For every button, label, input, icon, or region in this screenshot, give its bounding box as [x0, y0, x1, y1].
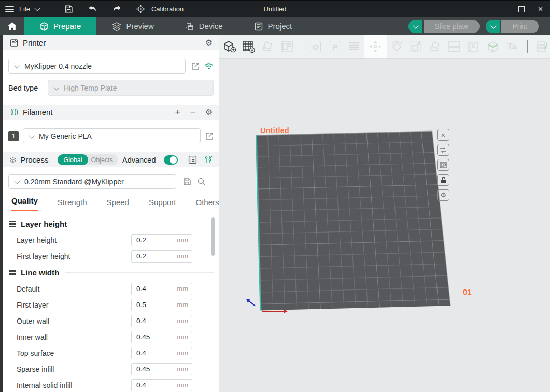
wifi-connection-icon[interactable] [204, 63, 214, 70]
panel-scrollbar[interactable] [211, 217, 215, 256]
save-icon[interactable] [64, 5, 73, 13]
text-tool-icon[interactable]: Ta [504, 39, 519, 54]
support-paint-icon[interactable] [466, 39, 481, 54]
variable-layer-height-icon[interactable] [535, 39, 550, 54]
param-input[interactable]: 0.45 mm [131, 363, 192, 375]
calibration-icon[interactable] [136, 5, 145, 13]
slice-plate-button[interactable]: Slice plate [424, 20, 480, 33]
tune-parameters-icon[interactable] [204, 155, 213, 164]
home-button[interactable] [0, 17, 24, 35]
param-label: First layer height [17, 252, 70, 260]
printer-settings-gear-icon[interactable]: ⚙ [205, 39, 213, 47]
prepare-cube-icon [39, 22, 49, 31]
viewport-3d[interactable]: O P [219, 35, 550, 392]
print-options-dropdown[interactable] [486, 20, 500, 33]
add-filament-button[interactable]: + [175, 107, 180, 117]
param-input[interactable]: 0.2 mm [131, 250, 192, 263]
param-unit: mm [177, 365, 192, 373]
close-button[interactable]: × [531, 1, 550, 17]
bed-type-select[interactable]: High Temp Plate [48, 80, 214, 96]
tab-quality[interactable]: Quality [11, 196, 38, 211]
tab-device[interactable]: Device [170, 17, 238, 35]
remove-filament-button[interactable]: − [190, 107, 196, 117]
paste-icon[interactable]: P [328, 39, 343, 54]
print-button[interactable]: Print [501, 20, 539, 33]
param-row: First layer 0.5 mm [3, 297, 219, 313]
param-section-icon [8, 220, 17, 227]
filament-slot-badge[interactable]: 1 [8, 131, 19, 141]
calibration-menu[interactable]: Calibration [151, 5, 184, 13]
param-unit: mm [177, 252, 192, 260]
auto-orient-icon[interactable] [260, 39, 275, 54]
add-plate-icon[interactable] [241, 39, 256, 54]
app-window: File Calibration Untitled — × [0, 0, 550, 392]
plate-settings-button[interactable]: ⚙ [437, 189, 449, 201]
param-label: Sparse infill [17, 365, 54, 373]
delete-plate-button[interactable]: × [437, 129, 449, 141]
slice-options-dropdown[interactable] [408, 20, 422, 33]
hamburger-menu-icon[interactable] [5, 6, 14, 12]
tab-support[interactable]: Support [149, 198, 176, 211]
filament-settings-gear-icon[interactable]: ⚙ [205, 108, 213, 117]
tab-preview[interactable]: Preview [96, 17, 169, 35]
build-plate[interactable] [256, 130, 451, 310]
tab-prepare[interactable]: Prepare [24, 17, 96, 35]
param-unit: mm [177, 301, 192, 309]
chevron-down-icon [14, 63, 20, 68]
arrange-plate-button[interactable] [437, 159, 449, 171]
edit-filament-preset-icon[interactable] [205, 132, 214, 140]
scope-objects-button[interactable]: Objects [88, 156, 118, 164]
arrange-icon[interactable] [280, 39, 295, 54]
tab-speed[interactable]: Speed [107, 198, 129, 211]
save-preset-icon[interactable] [183, 178, 191, 186]
scale-tool-icon[interactable] [408, 39, 423, 54]
tab-others[interactable]: Others [196, 198, 219, 211]
file-menu[interactable]: File [19, 5, 30, 13]
redo-icon[interactable] [112, 5, 122, 13]
param-label: Internal solid infill [17, 381, 72, 389]
maximize-button[interactable] [512, 1, 531, 17]
param-value: 0.4 [132, 381, 177, 389]
rotate-tool-icon[interactable] [389, 39, 404, 54]
file-menu-chevron-icon[interactable] [34, 5, 40, 11]
cut-tool-icon[interactable] [447, 39, 462, 54]
scope-global-button[interactable]: Global [58, 154, 88, 165]
orient-plate-button[interactable] [437, 144, 449, 156]
seam-paint-icon[interactable] [485, 39, 500, 54]
param-input[interactable]: 0.4 mm [131, 315, 192, 327]
parameter-list-icon[interactable] [188, 155, 197, 164]
lock-plate-button[interactable] [437, 174, 449, 186]
lay-on-face-icon[interactable] [427, 39, 442, 54]
copy-icon[interactable]: O [308, 39, 323, 54]
tab-strength[interactable]: Strength [58, 198, 87, 211]
process-section-header: Process Global Objects Advanced [3, 152, 219, 167]
param-input[interactable]: 0.2 mm [131, 234, 192, 246]
printer-preset-select[interactable]: MyKlipper 0.4 nozzle [8, 59, 186, 74]
minimize-button[interactable]: — [492, 1, 512, 17]
section-divider [65, 272, 214, 273]
param-input[interactable]: 0.4 mm [131, 347, 192, 359]
layers-stack-icon[interactable] [347, 39, 362, 54]
tab-project[interactable]: Project [238, 17, 308, 35]
search-parameters-icon[interactable] [197, 177, 206, 186]
param-unit: mm [177, 317, 192, 325]
param-input[interactable]: 0.5 mm [131, 299, 192, 311]
param-input[interactable]: 0.4 mm [131, 283, 192, 295]
undo-icon[interactable] [88, 5, 97, 13]
arrange-mini-icon [440, 162, 447, 168]
printer-icon [9, 38, 19, 48]
advanced-label: Advanced [122, 156, 156, 164]
param-value: 0.2 [132, 236, 177, 244]
plate-name-label[interactable]: Untitled [260, 126, 289, 135]
add-object-icon[interactable] [222, 39, 237, 54]
param-row: Sparse infill 0.45 mm [3, 361, 219, 377]
process-preset-select[interactable]: 0.20mm Standard @MyKlipper [8, 174, 176, 189]
param-input[interactable]: 0.45 mm [131, 331, 192, 343]
chevron-down-icon [29, 133, 34, 138]
move-tool-icon[interactable] [368, 39, 383, 54]
filament-preset-select[interactable]: My Generic PLA [23, 128, 201, 143]
edit-printer-preset-icon[interactable] [191, 62, 200, 70]
advanced-toggle[interactable] [164, 155, 178, 165]
param-input[interactable]: 0.4 mm [131, 379, 192, 391]
process-scope-toggle: Global Objects [58, 154, 118, 165]
